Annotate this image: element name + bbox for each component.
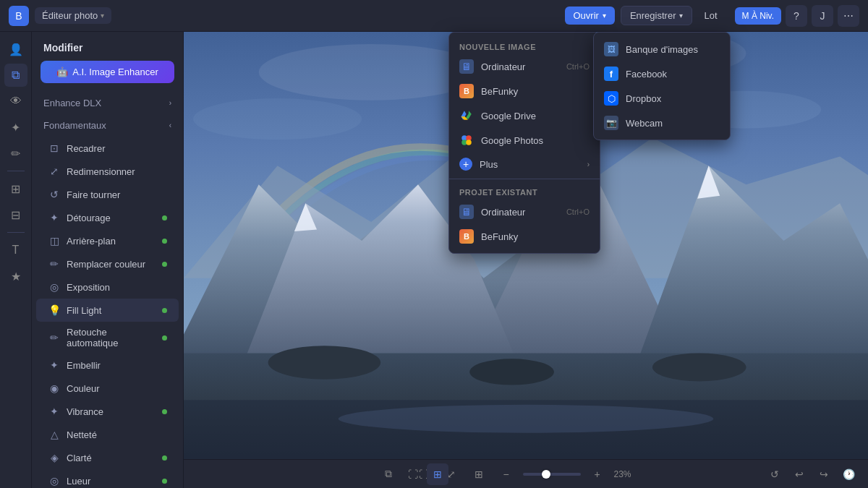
redimensionner-icon: ⤢ (48, 165, 61, 178)
redo-button[interactable]: ↪ (813, 463, 835, 485)
icon-bar-text[interactable]: T (4, 239, 27, 262)
svg-point-18 (339, 405, 713, 433)
gphotos-new-item[interactable]: Google Photos (449, 128, 600, 153)
upgrade-button[interactable]: M À Niv. (735, 7, 781, 25)
befunky-new-label: BeFunky (481, 86, 518, 97)
layers-toggle-button[interactable]: ⧉ (378, 463, 399, 485)
nouvelle-image-title: Nouvelle image (449, 37, 600, 54)
faire-tourner-icon: ↺ (48, 188, 61, 201)
menu-item-recadrer[interactable]: ⊡ Recadrer (36, 137, 179, 160)
zoom-slider-thumb (542, 470, 550, 479)
menu-item-faire-tourner[interactable]: ↺ Faire tourner (36, 183, 179, 206)
icon-bar-star[interactable]: ★ (4, 265, 27, 288)
arriere-plan-label: Arrière-plan (67, 236, 156, 247)
grid-view-button[interactable]: ⊞ (427, 463, 448, 485)
main-area: 👤 ⧉ 👁 ✦ ✏ ⊞ ⊟ T ★ Modifier 🤖 A.I. Image … (0, 32, 868, 488)
dropbox-label: Dropbox (626, 93, 661, 104)
facebook-item[interactable]: f Facebook (594, 61, 730, 86)
zoom-out-button[interactable]: − (495, 463, 517, 485)
expand-button[interactable]: ⋯ (838, 5, 859, 27)
icon-bar-layers[interactable]: ⧉ (4, 64, 27, 87)
lot-button[interactable]: Lot (698, 7, 723, 25)
plus-new-label: Plus (480, 159, 498, 170)
menu-item-arriere-plan[interactable]: ◫ Arrière-plan (36, 229, 179, 252)
icon-bar-grid[interactable]: ⊟ (4, 203, 27, 226)
vibrance-icon: ✦ (48, 405, 61, 418)
menu-item-retouche[interactable]: ✏ Retouche automatique (36, 322, 179, 354)
zoom-in-button[interactable]: + (587, 463, 608, 485)
gphotos-new-label: Google Photos (481, 135, 543, 146)
open-button[interactable]: Ouvrir ▾ (565, 7, 615, 25)
menu-item-lueur[interactable]: ◎ Lueur (36, 469, 179, 488)
ai-image-enhancer-button[interactable]: 🤖 A.I. Image Enhancer (41, 61, 174, 83)
gphotos-new-icon (459, 133, 474, 147)
icon-bar-sep2 (7, 232, 25, 233)
arriere-plan-dot (162, 239, 167, 244)
remplacer-couleur-label: Remplacer couleur (67, 259, 156, 270)
monitor-existing-icon: 🖥 (459, 205, 474, 219)
fill-light-icon: 💡 (48, 304, 61, 317)
grid-button[interactable]: ⊞ (468, 463, 490, 485)
banque-label: Banque d'images (626, 44, 698, 55)
ordinateur-new-shortcut: Ctrl+O (566, 62, 590, 71)
befunky-new-item[interactable]: B BeFunky (449, 79, 600, 103)
menu-item-nettete[interactable]: △ Netteté (36, 423, 179, 446)
zoom-slider[interactable] (523, 473, 581, 476)
projet-existant-title: Projet existant (449, 182, 600, 200)
save-button[interactable]: Enregistrer ▾ (621, 6, 693, 25)
befunky-existing-icon: B (459, 229, 474, 244)
fill-light-label: Fill Light (67, 305, 156, 316)
help-icon: ? (793, 10, 799, 22)
enhance-section-header[interactable]: Enhance DLX › (32, 92, 183, 114)
menu-item-clarte[interactable]: ◈ Clarté (36, 446, 179, 469)
gdrive-new-icon (459, 108, 474, 123)
bottom-bar: ⧉ ⛶ ⊞ ⛶ ⤢ ⊞ − + 23% ↺ ↩ ↪ 🕐 (184, 459, 868, 488)
user-profile-button[interactable]: J (812, 5, 833, 27)
plus-new-item[interactable]: + Plus › (449, 153, 600, 176)
ordinateur-new-item[interactable]: 🖥 Ordinateur Ctrl+O (449, 54, 600, 79)
fundamentals-section-header[interactable]: Fondamentaux ‹ (32, 114, 183, 137)
menu-item-detourage[interactable]: ✦ Détourage (36, 206, 179, 229)
menu-item-embellir[interactable]: ✦ Embellir (36, 354, 179, 377)
app-title-btn[interactable]: Éditeur photo ▾ (35, 7, 111, 24)
remplacer-couleur-dot (162, 262, 167, 267)
history-button[interactable]: 🕐 (838, 463, 859, 485)
facebook-label: Facebook (626, 69, 667, 80)
menu-item-redimensionner[interactable]: ⤢ Redimensionner (36, 160, 179, 183)
menu-item-vibrance[interactable]: ✦ Vibrance (36, 400, 179, 423)
undo-button[interactable]: ↩ (788, 463, 810, 485)
help-button[interactable]: ? (786, 5, 807, 27)
lueur-dot (162, 479, 167, 484)
ordinateur-existing-shortcut: Ctrl+O (566, 207, 590, 216)
enhance-chevron: › (169, 99, 171, 107)
fullscreen-button[interactable]: ⛶ (402, 463, 424, 485)
menu-item-fill-light[interactable]: 💡 Fill Light (36, 299, 179, 322)
icon-bar-effects[interactable]: ✦ (4, 116, 27, 139)
svg-point-22 (466, 140, 472, 145)
fill-light-dot (162, 308, 167, 313)
clarte-icon: ◈ (48, 451, 61, 464)
dropbox-item[interactable]: ⬡ Dropbox (594, 86, 730, 111)
icon-bar-eye[interactable]: 👁 (4, 90, 27, 113)
befunky-existing-item[interactable]: B BeFunky (449, 224, 600, 249)
app-logo: B (9, 6, 29, 26)
menu-item-exposition[interactable]: ◎ Exposition (36, 275, 179, 299)
plus-arrow: › (587, 160, 590, 168)
webcam-item[interactable]: 📷 Webcam (594, 111, 730, 135)
couleur-icon: ◉ (48, 382, 61, 395)
icon-bar-person[interactable]: 👤 (4, 38, 27, 61)
icon-bar-layers2[interactable]: ⊞ (4, 177, 27, 200)
ordinateur-existing-item[interactable]: 🖥 Ordinateur Ctrl+O (449, 200, 600, 224)
remplacer-couleur-icon: ✏ (48, 257, 61, 270)
vibrance-dot (162, 409, 167, 414)
faire-tourner-label: Faire tourner (67, 189, 167, 200)
menu-item-couleur[interactable]: ◉ Couleur (36, 377, 179, 400)
icon-bar-brush[interactable]: ✏ (4, 142, 27, 165)
menu-item-remplacer-couleur[interactable]: ✏ Remplacer couleur (36, 252, 179, 275)
detourage-label: Détourage (67, 213, 156, 223)
retouche-icon: ✏ (48, 331, 61, 344)
gdrive-new-item[interactable]: Google Drive (449, 103, 600, 128)
lueur-label: Lueur (67, 476, 156, 487)
refresh-button[interactable]: ↺ (764, 463, 786, 485)
banque-item[interactable]: 🖼 Banque d'images (594, 37, 730, 61)
